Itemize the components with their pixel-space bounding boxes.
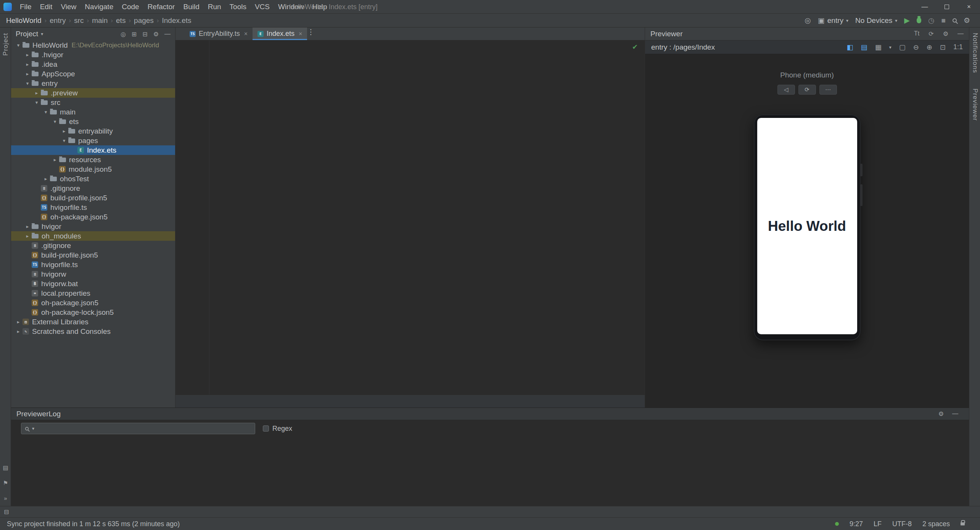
settings-icon[interactable]: ⚙ bbox=[964, 16, 970, 25]
close-window-icon[interactable]: × bbox=[958, 0, 980, 14]
chevron-right-icon[interactable]: ▸ bbox=[23, 52, 32, 58]
tool-window-stripes-icon[interactable]: ⊟ bbox=[4, 508, 9, 516]
tab-options-icon[interactable]: ⋮ bbox=[307, 27, 314, 40]
collapse-all-icon[interactable]: ⊟ bbox=[142, 31, 147, 38]
breadcrumb-ets[interactable]: ets bbox=[116, 16, 126, 25]
regex-option[interactable]: Regex bbox=[263, 425, 292, 433]
menu-refactor[interactable]: Refactor bbox=[143, 3, 179, 11]
settings-icon[interactable]: ⚙ bbox=[938, 410, 944, 417]
code-editor[interactable]: ✔ bbox=[175, 40, 645, 395]
device-display-icon[interactable]: ◧ bbox=[847, 43, 853, 52]
expand-all-icon[interactable]: ⊞ bbox=[132, 31, 137, 38]
tab-entryability.ts[interactable]: TSEntryAbility.ts× bbox=[185, 27, 253, 40]
bookmarks-icon[interactable]: ⚑ bbox=[3, 480, 8, 487]
log-output-area[interactable] bbox=[11, 437, 969, 506]
tree-item-ets[interactable]: ▾ets bbox=[11, 117, 175, 126]
menu-tools[interactable]: Tools bbox=[225, 3, 251, 11]
tree-item-entryability[interactable]: ▸entryability bbox=[11, 126, 175, 136]
chevron-down-icon[interactable]: ▾ bbox=[889, 45, 891, 50]
tree-item-build-profile.json5[interactable]: {}build-profile.json5 bbox=[11, 250, 175, 260]
tree-item-resources[interactable]: ▸resources bbox=[11, 155, 175, 164]
search-everywhere-icon[interactable] bbox=[953, 18, 957, 23]
menu-edit[interactable]: Edit bbox=[36, 3, 57, 11]
project-view-selector[interactable]: Project bbox=[16, 30, 38, 38]
device-manager-icon[interactable]: ◎ bbox=[805, 16, 811, 25]
tree-item-helloworld[interactable]: ▾HelloWorldE:\DevEcoProjects\HelloWorld bbox=[11, 40, 175, 50]
tree-item-.preview[interactable]: ▸.preview bbox=[11, 88, 175, 98]
actual-size-button[interactable]: 1:1 bbox=[953, 43, 963, 51]
previous-page-icon[interactable]: ◁ bbox=[777, 85, 795, 95]
module-selector[interactable]: ▣ entry ▾ bbox=[818, 16, 848, 25]
tree-item-oh-package.json5[interactable]: {}oh-package.json5 bbox=[11, 298, 175, 308]
tree-item-local.properties[interactable]: =local.properties bbox=[11, 288, 175, 298]
line-separator[interactable]: LF bbox=[874, 520, 882, 528]
zoom-out-icon[interactable]: ⊖ bbox=[913, 43, 919, 52]
hide-panel-icon[interactable]: — bbox=[957, 30, 964, 37]
more-options-icon[interactable]: ⋯ bbox=[819, 85, 837, 95]
breadcrumb-entry[interactable]: entry bbox=[50, 16, 66, 25]
breadcrumb-src[interactable]: src bbox=[74, 16, 84, 25]
tree-item-index.ets[interactable]: EIndex.ets bbox=[11, 145, 175, 155]
tree-item-src[interactable]: ▾src bbox=[11, 98, 175, 107]
chevron-right-icon[interactable]: ▸ bbox=[14, 329, 23, 334]
tree-item-.hvigor[interactable]: ▸.hvigor bbox=[11, 50, 175, 60]
device-selector[interactable]: No Devices ▾ bbox=[855, 16, 897, 25]
menu-vcs[interactable]: VCS bbox=[251, 3, 274, 11]
fit-to-screen-icon[interactable]: ⊡ bbox=[940, 43, 946, 52]
status-message[interactable]: Sync project finished in 1 m 12 s 635 ms… bbox=[7, 520, 180, 528]
chevron-down-icon[interactable]: ▾ bbox=[42, 109, 50, 115]
tree-item-oh-package.json5[interactable]: {}oh-package.json5 bbox=[11, 212, 175, 222]
tree-item-module.json5[interactable]: {}module.json5 bbox=[11, 164, 175, 174]
profiler-icon[interactable]: ◷ bbox=[928, 16, 935, 25]
more-tool-windows-icon[interactable]: » bbox=[4, 495, 7, 501]
stripe-button-notifications[interactable]: Notifications bbox=[971, 33, 979, 73]
stripe-button-previewer[interactable]: Previewer bbox=[971, 89, 979, 121]
minimize-window-icon[interactable]: — bbox=[914, 0, 936, 14]
component-tree-icon[interactable]: ▤ bbox=[861, 43, 867, 52]
tree-item-.idea[interactable]: ▸.idea bbox=[11, 60, 175, 69]
chevron-right-icon[interactable]: ▸ bbox=[14, 319, 23, 325]
inspection-ok-icon[interactable]: ✔ bbox=[632, 43, 638, 51]
menu-view[interactable]: View bbox=[56, 3, 80, 11]
breadcrumb-pages[interactable]: pages bbox=[134, 16, 154, 25]
hide-panel-icon[interactable]: — bbox=[164, 31, 171, 38]
font-size-icon[interactable]: Tt bbox=[914, 30, 919, 37]
run-icon[interactable]: ▶ bbox=[904, 16, 910, 25]
close-tab-icon[interactable]: × bbox=[299, 31, 302, 37]
zoom-in-icon[interactable]: ⊕ bbox=[927, 43, 932, 52]
refresh-icon[interactable]: ⟳ bbox=[929, 30, 933, 37]
tree-item-scratches and consoles[interactable]: ▸✎Scratches and Consoles bbox=[11, 327, 175, 336]
stripe-button-project[interactable]: Project bbox=[2, 33, 10, 56]
tree-item-.gitignore[interactable]: ≡.gitignore bbox=[11, 241, 175, 250]
tree-item-external libraries[interactable]: ▸▤External Libraries bbox=[11, 317, 175, 327]
caret-position[interactable]: 9:27 bbox=[850, 520, 863, 528]
chevron-right-icon[interactable]: ▸ bbox=[32, 90, 41, 96]
chevron-down-icon[interactable]: ▾ bbox=[51, 119, 59, 124]
chevron-down-icon[interactable]: ▾ bbox=[14, 42, 23, 48]
tree-item-.gitignore[interactable]: ≡.gitignore bbox=[11, 184, 175, 193]
locate-file-icon[interactable]: ◎ bbox=[121, 31, 126, 38]
chevron-right-icon[interactable]: ▸ bbox=[42, 176, 50, 182]
menu-file[interactable]: File bbox=[16, 3, 36, 11]
chevron-right-icon[interactable]: ▸ bbox=[51, 157, 59, 163]
menu-code[interactable]: Code bbox=[117, 3, 143, 11]
settings-icon[interactable]: ⚙ bbox=[943, 30, 948, 37]
menu-navigate[interactable]: Navigate bbox=[80, 3, 117, 11]
close-tab-icon[interactable]: × bbox=[244, 31, 248, 37]
chevron-down-icon[interactable]: ▾ bbox=[32, 100, 41, 105]
indent-setting[interactable]: 2 spaces bbox=[922, 520, 950, 528]
tree-item-hvigorw[interactable]: ≡hvigorw bbox=[11, 269, 175, 279]
debug-icon[interactable] bbox=[917, 18, 921, 23]
menu-run[interactable]: Run bbox=[204, 3, 225, 11]
read-lock-icon[interactable] bbox=[961, 522, 965, 525]
tree-item-appscope[interactable]: ▸AppScope bbox=[11, 69, 175, 79]
settings-icon[interactable]: ⚙ bbox=[153, 31, 159, 38]
chevron-down-icon[interactable]: ▾ bbox=[23, 81, 32, 86]
tree-item-oh_modules[interactable]: ▸oh_modules bbox=[11, 231, 175, 241]
chevron-right-icon[interactable]: ▸ bbox=[23, 233, 32, 239]
tree-item-ohostest[interactable]: ▸ohosTest bbox=[11, 174, 175, 184]
tree-item-oh-package-lock.json5[interactable]: {}oh-package-lock.json5 bbox=[11, 308, 175, 317]
tree-item-entry[interactable]: ▾entry bbox=[11, 79, 175, 88]
chevron-right-icon[interactable]: ▸ bbox=[23, 224, 32, 229]
file-encoding[interactable]: UTF-8 bbox=[892, 520, 912, 528]
